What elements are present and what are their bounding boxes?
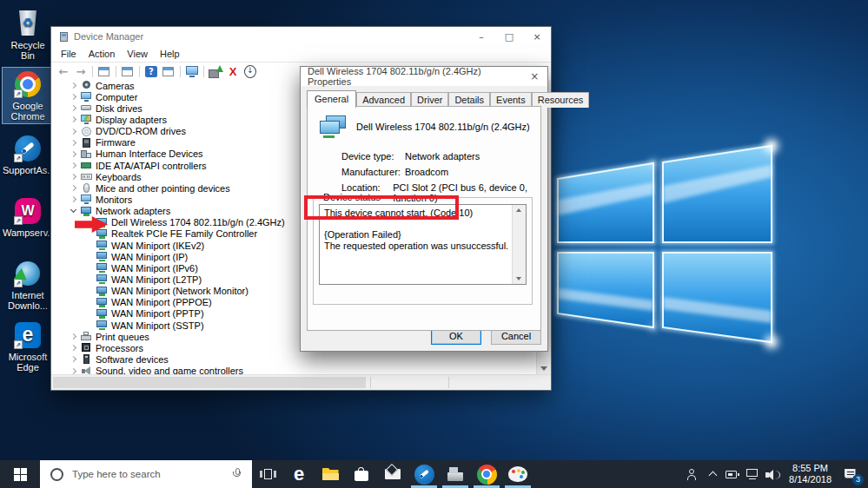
field-label: Device type:	[341, 151, 405, 162]
scroll-down-arrow-icon[interactable]	[516, 277, 521, 280]
forward-icon[interactable]	[72, 64, 89, 79]
back-icon[interactable]	[55, 64, 72, 79]
taskbar-clock[interactable]: 8:55 PM 8/14/2018	[783, 463, 838, 485]
tree-item-label: Cameras	[96, 81, 135, 91]
desktop-icon-recycle-bin[interactable]: Recycle Bin	[3, 7, 53, 63]
chevron-collapsed-icon[interactable]	[69, 148, 79, 159]
show-hidden-icons-button[interactable]	[703, 460, 723, 488]
people-tray-button[interactable]	[683, 460, 703, 488]
menu-help[interactable]: Help	[154, 49, 186, 59]
chevron-collapsed-icon[interactable]	[69, 354, 79, 365]
network-adapter-icon	[96, 252, 108, 261]
ide-controller-icon	[81, 161, 92, 170]
network-adapter-icon	[96, 287, 108, 296]
chevron-collapsed-icon[interactable]	[69, 115, 79, 125]
supportassist-icon: ↗	[13, 134, 43, 163]
chevron-collapsed-icon[interactable]	[69, 137, 79, 148]
maximize-button[interactable]: □	[495, 27, 523, 46]
close-button[interactable]: ×	[523, 27, 551, 46]
battery-tray-button[interactable]	[723, 460, 743, 488]
chrome-taskbar-button[interactable]	[471, 460, 502, 488]
chevron-collapsed-icon[interactable]	[69, 172, 79, 182]
store-button[interactable]	[346, 460, 377, 488]
status-line	[324, 219, 508, 230]
computer-icon	[81, 92, 92, 102]
toolbar-separator	[92, 66, 93, 77]
help-icon[interactable]	[142, 64, 160, 79]
file-explorer-button[interactable]	[315, 460, 346, 488]
update-driver-icon[interactable]	[207, 64, 224, 79]
scrollbar-thumb[interactable]	[53, 377, 366, 388]
scroll-down-arrow-icon[interactable]	[540, 366, 547, 371]
chevron-collapsed-icon[interactable]	[69, 343, 79, 353]
horizontal-scrollbar[interactable]	[51, 374, 551, 390]
chevron-collapsed-icon[interactable]	[69, 183, 79, 194]
tree-item-label: Firmware	[96, 137, 136, 148]
start-button[interactable]	[0, 460, 40, 488]
tree-item-label: WAN Miniport (L2TP)	[111, 274, 202, 285]
field-label: Manufacturer:	[341, 167, 405, 177]
device-name: Dell Wireless 1704 802.11b/g/n (2.4GHz)	[356, 122, 530, 132]
minimize-button[interactable]: –	[467, 27, 495, 46]
paint-taskbar-button[interactable]	[502, 460, 533, 488]
edge-taskbar-button[interactable]: e	[283, 460, 315, 488]
camera-icon	[81, 81, 92, 90]
desktop-icon-chrome[interactable]: ↗Google Chrome	[3, 68, 53, 123]
search-input[interactable]: Type here to search	[40, 460, 252, 488]
firmware-icon	[81, 138, 92, 148]
desktop-icon-label: SupportAs...	[3, 165, 53, 175]
status-scrollbar[interactable]	[512, 205, 526, 284]
toolbar-separator	[116, 66, 116, 77]
menu-action[interactable]: Action	[83, 49, 122, 59]
show-hide-console-tree-icon[interactable]	[96, 64, 113, 79]
task-view-button[interactable]	[252, 460, 283, 488]
desktop-icon-supportassist[interactable]: ↗SupportAs...	[3, 132, 53, 177]
desktop-icon-label: Internet Downlo...	[3, 290, 53, 311]
tab-general[interactable]: General	[307, 90, 356, 108]
people-icon	[686, 467, 700, 482]
menu-view[interactable]: View	[121, 49, 154, 59]
desktop-icon-wampserver[interactable]: ↗Wampserv...	[3, 195, 53, 240]
chevron-collapsed-icon[interactable]	[69, 126, 79, 136]
recycle-bin-icon	[13, 9, 43, 38]
chevron-collapsed-icon[interactable]	[69, 92, 79, 102]
menu-file[interactable]: File	[55, 49, 83, 59]
scan-hardware-changes-icon[interactable]	[183, 64, 201, 79]
chevron-collapsed-icon[interactable]	[69, 161, 79, 171]
tree-item-label: WAN Miniport (SSTP)	[111, 320, 204, 331]
desktop-icon-idm[interactable]: ↗Internet Downlo...	[3, 257, 53, 313]
scroll-up-arrow-icon[interactable]	[516, 208, 521, 212]
network-tray-button[interactable]	[743, 460, 763, 488]
microphone-icon[interactable]	[233, 468, 242, 481]
desktop-icon-label: Wampserv...	[3, 228, 53, 238]
dialog-close-button[interactable]: ×	[522, 67, 547, 86]
desktop-icon-label: Recycle Bin	[3, 40, 53, 61]
scrollbar-divider	[448, 377, 449, 388]
export-list-icon[interactable]	[119, 64, 136, 79]
volume-wave-icon	[775, 471, 780, 479]
idm-icon: ↗	[13, 259, 43, 288]
shortcut-arrow-icon: ↗	[14, 89, 23, 98]
supportassist-taskbar-button[interactable]	[408, 460, 440, 488]
desktop-icon-edge[interactable]: ↗Microsoft Edge	[3, 319, 53, 374]
chevron-collapsed-icon[interactable]	[69, 81, 79, 91]
windows-logo-icon	[14, 468, 20, 474]
chevron-collapsed-icon[interactable]	[69, 195, 79, 205]
shortcut-arrow-icon: ↗	[14, 340, 23, 349]
toolbar-separator	[203, 66, 204, 77]
disable-device-icon[interactable]	[242, 64, 259, 79]
chevron-collapsed-icon[interactable]	[69, 332, 79, 342]
tree-item-label: Mice and other pointing devices	[96, 183, 230, 194]
window-title: Device Manager	[74, 31, 143, 42]
action-center-button[interactable]: 3	[838, 460, 864, 488]
properties-icon[interactable]	[160, 64, 177, 79]
device-manager-titlebar[interactable]: Device Manager – □ ×	[51, 27, 551, 46]
device-manager-taskbar-button[interactable]	[440, 460, 471, 488]
chevron-collapsed-icon[interactable]	[69, 103, 79, 114]
uninstall-device-icon[interactable]	[224, 64, 242, 79]
mail-button[interactable]	[377, 460, 408, 488]
dialog-titlebar[interactable]: Dell Wireless 1704 802.11b/g/n (2.4GHz) …	[301, 67, 547, 86]
tree-item[interactable]: Software devices	[51, 353, 537, 365]
chevron-expanded-icon[interactable]	[69, 206, 79, 216]
volume-tray-button[interactable]	[763, 460, 783, 488]
